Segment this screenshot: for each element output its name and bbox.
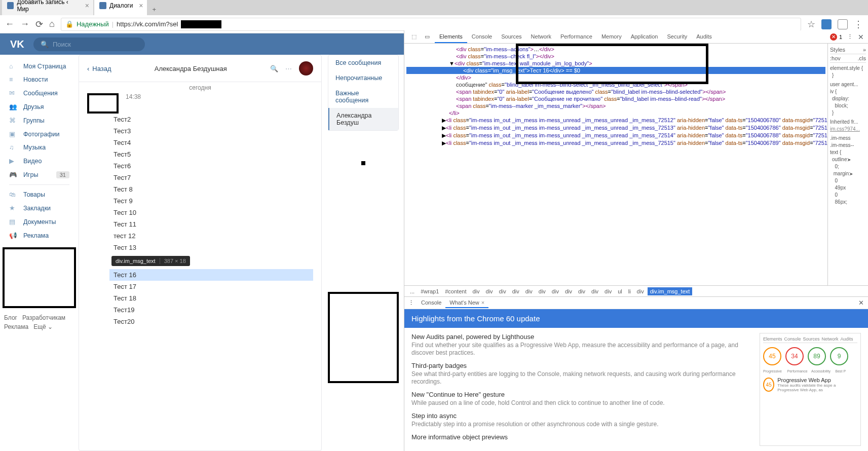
search-input[interactable]: 🔍 Поиск <box>33 37 145 51</box>
drawer-tab[interactable]: What's New× <box>445 298 488 308</box>
inspect-icon[interactable]: ⬚ <box>408 33 420 40</box>
devtools-tab[interactable]: Memory <box>597 31 626 43</box>
breadcrumb-item[interactable]: div <box>497 287 509 295</box>
home-button[interactable]: ⌂ <box>49 19 55 29</box>
drawer-close[interactable]: ✕ <box>858 299 864 307</box>
sidebar-item[interactable]: ▶Видео <box>0 154 79 168</box>
menu-icon[interactable]: ⋮ <box>854 19 863 30</box>
avatar[interactable] <box>299 61 313 76</box>
style-rule[interactable]: .im-mess .im-mess-- text {outline:▸ 0; m… <box>830 135 866 206</box>
new-tab-button[interactable]: + <box>148 4 160 15</box>
message[interactable]: Тест20 <box>109 316 313 327</box>
star-icon[interactable]: ☆ <box>807 19 815 30</box>
devtools-tab[interactable]: Application <box>626 31 663 43</box>
code-line[interactable]: <span class="im-mess--marker _im_mess_ma… <box>406 102 825 109</box>
breadcrumb-item[interactable]: div <box>536 287 548 295</box>
message[interactable]: Тест 13 <box>109 242 313 253</box>
breadcrumb-item[interactable]: div <box>589 287 601 295</box>
message[interactable]: Тест 8 <box>109 183 313 195</box>
breadcrumb-item[interactable]: li <box>626 287 633 295</box>
code-line[interactable]: ▶<li class="im-mess im_out _im_mess im-m… <box>406 124 825 132</box>
breadcrumb-item[interactable]: #content <box>442 287 469 295</box>
breadcrumb-item[interactable]: div <box>483 287 496 295</box>
reload-button[interactable]: ⟳ <box>35 19 43 30</box>
message[interactable]: Тест 16div.im_msg_text387 × 18 <box>109 269 313 281</box>
drawer-menu-icon[interactable]: ⋮ <box>408 299 414 306</box>
sidebar-item[interactable]: 👥Друзья <box>0 100 79 114</box>
message[interactable]: Тест2 <box>109 114 313 125</box>
breadcrumb-item[interactable]: div <box>602 287 614 295</box>
sidebar-item[interactable]: ▤Документы <box>0 215 79 229</box>
message[interactable]: Тест7 <box>109 172 313 183</box>
browser-tab[interactable]: Диалоги× <box>94 0 147 15</box>
sidebar-item[interactable]: ⌂Моя Страница <box>0 60 79 73</box>
filter-item[interactable]: Важные сообщения <box>328 86 398 108</box>
message[interactable]: Тест3 <box>109 125 313 137</box>
breadcrumb[interactable]: ...#wrap1#contentdivdivdivdivdivdivdivdi… <box>404 285 868 296</box>
message[interactable]: Тест6 <box>109 160 313 172</box>
sidebar-item[interactable]: ⌘Группы <box>0 114 79 127</box>
devtools-tab[interactable]: Security <box>662 31 692 43</box>
message[interactable]: Тест 10 <box>109 207 313 218</box>
vk-logo[interactable]: VK <box>10 39 25 50</box>
breadcrumb-item[interactable]: div.im_msg_text <box>648 287 693 295</box>
code-line[interactable]: <span tabindex="0" aria-label="Сообщение… <box>406 95 825 102</box>
sidebar-item[interactable]: ♫Музыка <box>0 141 79 154</box>
breadcrumb-item[interactable]: div <box>634 287 647 295</box>
address-bar[interactable]: 🔒 Надежный | https://vk.com/im?sel <box>61 18 801 31</box>
code-line[interactable]: ▶<li class="im-mess im_out _im_mess im-m… <box>406 132 825 139</box>
drawer-tab[interactable]: Console <box>417 298 445 308</box>
breadcrumb-item[interactable]: div <box>510 287 522 295</box>
sidebar-item[interactable]: ≡Новости <box>0 73 79 86</box>
style-rule[interactable]: user agent... iv {display: block; } <box>830 81 866 117</box>
breadcrumb-item[interactable]: #wrap1 <box>418 287 441 295</box>
breadcrumb-item[interactable]: div <box>562 287 575 295</box>
sidebar-item[interactable]: ✉Сообщения <box>0 86 79 100</box>
style-rule[interactable]: element.style {} <box>830 65 866 79</box>
more-icon[interactable]: » <box>863 47 866 53</box>
elements-tree[interactable]: <div class="im-mess--actions">…</div><di… <box>404 44 827 285</box>
style-rule[interactable]: Inherited fr...im.css?974... <box>830 119 866 133</box>
message[interactable]: Тест 18 <box>109 292 313 304</box>
breadcrumb-item[interactable]: ... <box>407 287 417 295</box>
filter-item[interactable]: Непрочитанные <box>328 70 398 86</box>
error-badge[interactable]: ✕ <box>830 33 837 41</box>
devtools-tab[interactable]: Audits <box>692 31 716 43</box>
breadcrumb-item[interactable]: div <box>523 287 535 295</box>
sidebar-item[interactable]: 🛍Товары <box>0 188 79 201</box>
message[interactable]: тест 12 <box>109 230 313 242</box>
device-toggle-icon[interactable]: ▭ <box>422 33 433 40</box>
breadcrumb-item[interactable]: div <box>470 287 482 295</box>
sidebar-item[interactable]: 🎮Игры31 <box>0 168 79 181</box>
code-line[interactable]: ▶<li class="im-mess im_out _im_mess im-m… <box>406 117 825 124</box>
filter-item[interactable]: Все сообщения <box>328 55 398 70</box>
message[interactable]: Тест5 <box>109 148 313 160</box>
devtools-menu-icon[interactable]: ⋮ <box>844 33 856 40</box>
message[interactable]: Тест 17 <box>109 281 313 292</box>
devtools-close[interactable]: ✕ <box>858 33 864 41</box>
back-link[interactable]: ‹ Назад <box>87 65 111 72</box>
message[interactable]: Тест 11 <box>109 218 313 230</box>
sidebar-item[interactable]: 📢Реклама <box>0 229 79 242</box>
styles-panel[interactable]: Styles » :hov .cls element.style {}user … <box>827 44 868 285</box>
filter-item[interactable]: Александра Бездуш <box>328 108 398 130</box>
search-icon[interactable]: 🔍 <box>270 65 278 72</box>
forward-button[interactable]: → <box>20 19 29 29</box>
sidebar-item[interactable]: ★Закладки <box>0 201 79 215</box>
back-button[interactable]: ← <box>5 19 14 29</box>
extension-icon[interactable] <box>821 19 832 29</box>
devtools-tab[interactable]: Elements <box>435 31 467 43</box>
devtools-tab[interactable]: Sources <box>497 31 526 43</box>
extension-icon-2[interactable] <box>838 19 848 29</box>
message[interactable]: Тест4 <box>109 137 313 148</box>
code-line[interactable]: ▶<li class="im-mess im_out _im_mess im-m… <box>406 139 825 147</box>
breadcrumb-item[interactable]: div <box>549 287 561 295</box>
close-icon[interactable]: × <box>481 299 484 306</box>
breadcrumb-item[interactable]: div <box>576 287 588 295</box>
message[interactable]: Тест 9 <box>109 195 313 207</box>
browser-tab[interactable]: Добавить запись ‹ Мир× <box>2 0 93 15</box>
message[interactable]: Тест19 <box>109 304 313 316</box>
close-icon[interactable]: × <box>139 2 143 10</box>
devtools-tab[interactable]: Network <box>526 31 556 43</box>
devtools-tab[interactable]: Performance <box>556 31 597 43</box>
